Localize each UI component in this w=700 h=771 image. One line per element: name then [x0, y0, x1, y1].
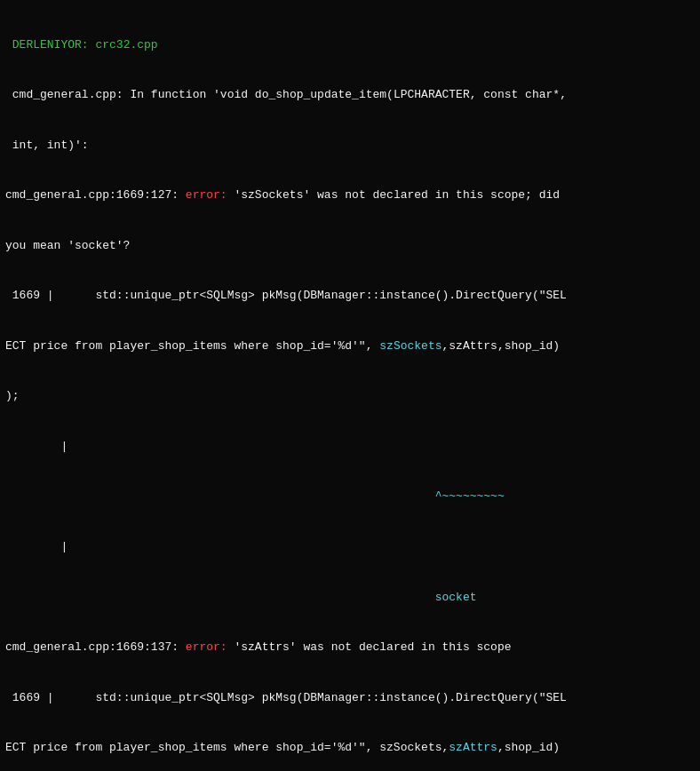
text-code-2: ECT price from player_shop_items where s…: [5, 339, 560, 353]
text-pipe-1: |: [5, 440, 68, 453]
line-15: ECT price from player_shop_items where s…: [5, 740, 695, 757]
line-2: cmd_general.cpp: In function 'void do_sh…: [5, 87, 695, 104]
line-10: ^~~~~~~~~~: [5, 489, 695, 505]
text-caret-1: ^~~~~~~~~~: [5, 489, 505, 503]
line-13: cmd_general.cpp:1669:137: error: 'szAttr…: [5, 640, 695, 656]
text-error-1: cmd_general.cpp:1669:127: error: 'szSock…: [5, 188, 560, 202]
line-1: DERLENIYOR: crc32.cpp: [5, 37, 695, 54]
text-in-function: cmd_general.cpp: In function 'void do_sh…: [5, 88, 567, 101]
text-error-1b: you mean 'socket'?: [5, 239, 130, 252]
line-6: 1669 | std::unique_ptr<SQLMsg> pkMsg(DBM…: [5, 288, 695, 305]
text-pipe-2: |: [5, 540, 68, 553]
line-9: |: [5, 439, 695, 456]
text-code-4: 1669 | std::unique_ptr<SQLMsg> pkMsg(DBM…: [5, 691, 567, 704]
line-5: you mean 'socket'?: [5, 238, 695, 255]
text-code-5: ECT price from player_shop_items where s…: [5, 741, 560, 754]
line-12: socket: [5, 590, 695, 607]
line-11: |: [5, 539, 695, 556]
line-3: int, int)':: [5, 138, 695, 155]
line-7: ECT price from player_shop_items where s…: [5, 338, 695, 355]
text-code-3: );: [5, 389, 20, 402]
text-code-1: 1669 | std::unique_ptr<SQLMsg> pkMsg(DBM…: [5, 289, 567, 302]
line-4: cmd_general.cpp:1669:127: error: 'szSock…: [5, 187, 695, 204]
text-compiling: DERLENIYOR: crc32.cpp: [5, 38, 158, 52]
text-int-int: int, int)':: [5, 139, 89, 152]
text-error-2: cmd_general.cpp:1669:137: error: 'szAttr…: [5, 640, 512, 654]
text-socket-hint: socket: [5, 591, 477, 604]
line-14: 1669 | std::unique_ptr<SQLMsg> pkMsg(DBM…: [5, 690, 695, 707]
line-8: );: [5, 388, 695, 405]
terminal-output: DERLENIYOR: crc32.cpp cmd_general.cpp: I…: [0, 0, 700, 771]
